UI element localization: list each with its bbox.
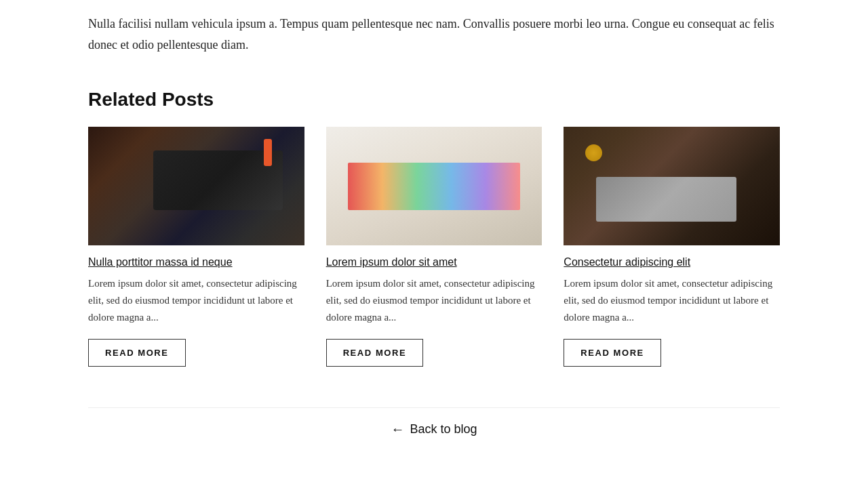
post-image-wrapper-1 [88, 127, 304, 245]
read-more-button-1[interactable]: READ MORE [88, 339, 186, 367]
post-image-wrapper-2 [326, 127, 542, 245]
post-image-1 [88, 127, 304, 245]
post-image-3 [564, 127, 780, 245]
back-arrow-icon: ← [391, 422, 404, 437]
post-title-3[interactable]: Consectetur adipiscing elit [564, 256, 780, 268]
back-to-blog-link[interactable]: ← Back to blog [391, 422, 477, 437]
post-excerpt-2: Lorem ipsum dolor sit amet, consectetur … [326, 275, 542, 325]
read-more-button-3[interactable]: READ MORE [564, 339, 661, 367]
posts-grid: Nulla porttitor massa id neque Lorem ips… [88, 127, 780, 367]
post-card-3: Consectetur adipiscing elit Lorem ipsum … [564, 127, 780, 367]
related-posts-heading: Related Posts [88, 89, 780, 110]
post-card-2: Lorem ipsum dolor sit amet Lorem ipsum d… [326, 127, 542, 367]
post-card-1: Nulla porttitor massa id neque Lorem ips… [88, 127, 304, 367]
post-image-wrapper-3 [564, 127, 780, 245]
back-to-blog-section: ← Back to blog [88, 407, 780, 437]
post-image-2 [326, 127, 542, 245]
back-to-blog-label: Back to blog [410, 422, 477, 436]
intro-paragraph: Nulla facilisi nullam vehicula ipsum a. … [88, 14, 780, 55]
read-more-button-2[interactable]: READ MORE [326, 339, 424, 367]
post-excerpt-3: Lorem ipsum dolor sit amet, consectetur … [564, 275, 780, 325]
post-title-2[interactable]: Lorem ipsum dolor sit amet [326, 256, 542, 268]
post-excerpt-1: Lorem ipsum dolor sit amet, consectetur … [88, 275, 304, 325]
post-title-1[interactable]: Nulla porttitor massa id neque [88, 256, 304, 268]
